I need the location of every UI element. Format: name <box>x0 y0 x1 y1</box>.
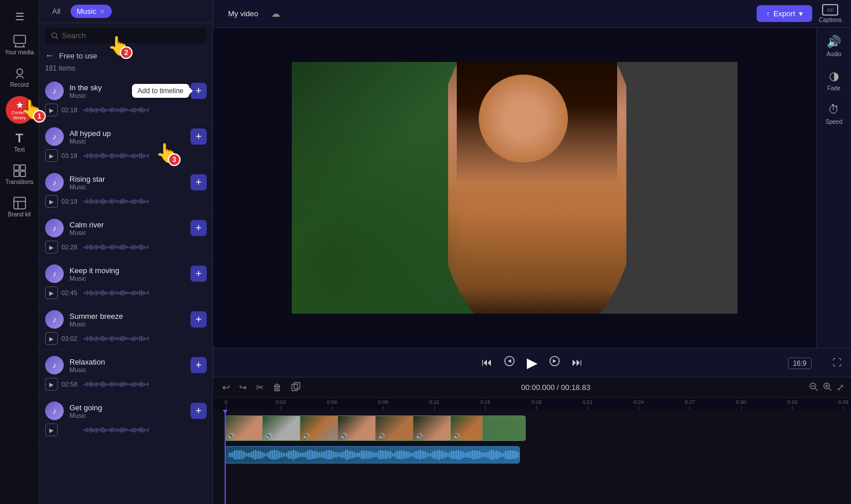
play-music-btn-2[interactable]: ▶ <box>45 149 58 162</box>
play-music-btn-8[interactable]: ▶ <box>45 424 58 436</box>
aspect-ratio-badge: 16:9 <box>788 358 812 369</box>
waveform-bar <box>92 245 93 249</box>
sidebar-item-record[interactable]: Record <box>2 62 37 93</box>
add-to-timeline-btn-8[interactable]: + <box>190 403 207 419</box>
waveform-bar <box>89 337 90 340</box>
music-category-5: Music <box>69 275 185 282</box>
playhead[interactable] <box>225 410 226 504</box>
audio-wave-bar <box>350 451 351 459</box>
fade-label: Fade <box>827 85 841 91</box>
tab-music-close[interactable]: × <box>98 7 105 16</box>
waveform-bar <box>115 200 116 203</box>
redo-button[interactable]: ↪ <box>237 380 249 395</box>
audio-track-clip[interactable] <box>225 446 520 463</box>
audio-wave-bar <box>505 451 506 458</box>
audio-wave-bar <box>366 451 367 459</box>
play-music-btn-4[interactable]: ▶ <box>45 241 58 253</box>
export-button[interactable]: ↑ Export ▾ <box>757 5 812 22</box>
waveform-bar <box>99 109 100 111</box>
waveform-bar <box>94 383 95 386</box>
waveform-bar <box>87 153 88 158</box>
right-panel-fade[interactable]: ◑ Fade <box>827 69 841 91</box>
sidebar-item-content-library[interactable]: ★ Content library <box>6 96 34 124</box>
waveform-bar <box>135 428 137 432</box>
audio-wave-bar <box>435 451 436 459</box>
audio-wave-bar <box>468 451 469 458</box>
audio-wave-bar <box>482 453 483 457</box>
audio-wave-bar <box>361 451 362 458</box>
tab-music[interactable]: Music <box>76 6 96 17</box>
waveform-bar <box>132 108 133 112</box>
add-to-timeline-btn-7[interactable]: + <box>190 357 207 373</box>
audio-wave-bar <box>487 452 489 458</box>
video-track-clip[interactable] <box>225 415 526 441</box>
waveform-bar <box>97 108 98 112</box>
play-music-btn-6[interactable]: ▶ <box>45 332 58 345</box>
audio-icon: 🔊 <box>827 35 841 49</box>
waveform-bar <box>139 382 140 387</box>
waveform-bar <box>142 382 144 387</box>
waveform-bar <box>146 429 147 431</box>
forward-button[interactable] <box>549 355 560 370</box>
cut-button[interactable]: ✂ <box>254 380 266 395</box>
sidebar-item-brand-kit[interactable]: Brand kit <box>2 192 37 222</box>
sidebar-item-text[interactable]: T Text <box>2 127 37 157</box>
add-to-timeline-btn-1[interactable]: + <box>190 83 207 99</box>
add-to-timeline-btn-4[interactable]: + <box>190 220 207 236</box>
audio-wave-bar <box>248 453 249 457</box>
add-to-timeline-btn-2[interactable]: + <box>190 128 207 145</box>
waveform-bar <box>108 384 109 385</box>
delete-button[interactable]: 🗑 <box>270 380 284 395</box>
video-tab[interactable]: My video <box>222 7 264 20</box>
audio-wave-bar <box>260 451 261 458</box>
add-to-timeline-btn-6[interactable]: + <box>190 311 207 328</box>
rewind-button[interactable] <box>504 355 515 370</box>
waveform-bar <box>102 290 104 296</box>
waveform-bar <box>127 429 128 431</box>
zoom-in-button[interactable] <box>823 382 832 393</box>
add-to-timeline-btn-3[interactable]: + <box>190 174 207 190</box>
play-music-btn-1[interactable]: ▶ <box>45 104 58 116</box>
sidebar-item-menu[interactable]: ☰ <box>2 6 37 28</box>
waveform-bar <box>146 292 147 294</box>
fit-timeline-button[interactable]: ⤢ <box>837 382 844 393</box>
right-panel-audio[interactable]: 🔊 Audio <box>827 35 842 57</box>
right-panel-speed[interactable]: ⏱ Speed <box>826 103 842 125</box>
play-music-btn-3[interactable]: ▶ <box>45 195 58 208</box>
waveform-bar <box>127 109 128 111</box>
waveform-bar <box>141 290 142 296</box>
waveform-bar <box>83 292 85 294</box>
skip-forward-button[interactable]: ⏭ <box>572 356 582 369</box>
add-to-timeline-btn-5[interactable]: + <box>190 266 207 282</box>
waveform-bar <box>111 336 112 341</box>
track-thumb-1 <box>225 416 263 440</box>
fullscreen-button[interactable]: ⛶ <box>832 358 842 368</box>
zoom-out-button[interactable] <box>809 382 818 393</box>
audio-wave-bar <box>253 451 254 459</box>
play-pause-button[interactable]: ▶ <box>527 355 537 371</box>
captions-button[interactable]: CC Captions <box>819 4 842 23</box>
waveform-bar <box>120 428 121 432</box>
free-to-use-header[interactable]: ← Free to use <box>39 48 212 63</box>
music-duration-5: 02:45 <box>61 289 80 296</box>
audio-wave-bar <box>402 451 404 459</box>
duplicate-button[interactable] <box>289 380 303 396</box>
waveform-bar <box>99 200 100 203</box>
play-music-btn-7[interactable]: ▶ <box>45 378 58 391</box>
waveform-bar <box>97 337 98 340</box>
search-input[interactable] <box>62 31 201 40</box>
tab-all[interactable]: All <box>45 5 67 18</box>
play-music-btn-5[interactable]: ▶ <box>45 286 58 299</box>
sidebar-item-transitions[interactable]: Transitions <box>2 160 37 190</box>
skip-back-button[interactable]: ⏮ <box>482 356 492 369</box>
sidebar-item-your-media[interactable]: Your media <box>2 30 37 60</box>
music-category-4: Music <box>69 229 185 236</box>
cloud-save-icon[interactable]: ☁ <box>271 8 280 19</box>
waveform-bar <box>122 153 123 159</box>
waveform-bar <box>94 429 95 432</box>
waveform-bar <box>132 382 133 387</box>
audio-wave-bar <box>375 453 376 457</box>
audio-wave-bar <box>496 450 497 459</box>
undo-button[interactable]: ↩ <box>220 380 232 395</box>
audio-wave-bar <box>321 452 322 457</box>
